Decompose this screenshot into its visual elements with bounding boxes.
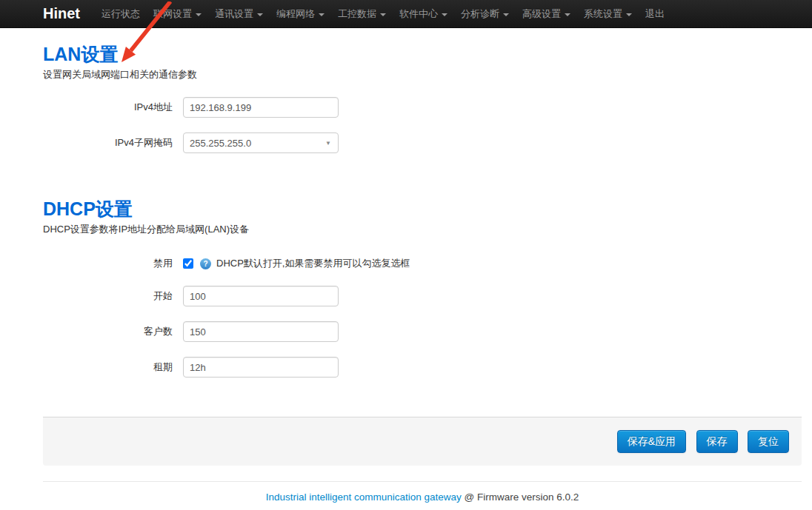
nav-item-label: 工控数据 xyxy=(338,7,376,21)
nav-item-label: 联网设置 xyxy=(153,7,192,21)
nav-item-label: 编程网络 xyxy=(276,7,315,21)
dhcp-leasetime-label: 租期 xyxy=(43,360,183,374)
chevron-down-icon xyxy=(319,13,325,16)
lan-section-title: LAN设置 xyxy=(43,43,802,65)
dhcp-clients-label: 客户数 xyxy=(43,325,183,338)
reset-button[interactable]: 复位 xyxy=(748,430,789,453)
chevron-down-icon xyxy=(380,13,386,16)
firmware-version-text: @ Firmware version 6.0.2 xyxy=(462,491,579,503)
nav-item-advanced-settings[interactable]: 高级设置 xyxy=(516,0,577,28)
dhcp-section-title: DHCP设置 xyxy=(43,198,802,220)
footer: Industrial intelligent communication gat… xyxy=(43,482,802,503)
nav-item-label: 运行状态 xyxy=(102,7,140,21)
nav-item-label: 高级设置 xyxy=(522,7,561,21)
nav-item-run-status[interactable]: 运行状态 xyxy=(95,0,147,28)
form-row-dhcp-start: 开始 xyxy=(43,286,802,306)
ipv4-address-label: IPv4地址 xyxy=(43,101,183,114)
nav-item-label: 分析诊断 xyxy=(461,7,499,21)
form-row-dhcp-leasetime: 租期 xyxy=(43,357,802,378)
nav-item-programming-network[interactable]: 编程网络 xyxy=(270,0,331,28)
navbar: Hinet 运行状态 联网设置 通讯设置 编程网络 工控数据 软件中心 分析诊断… xyxy=(0,0,812,28)
form-row-dhcp-disable: 禁用 ? DHCP默认打开,如果需要禁用可以勾选复选框 xyxy=(43,256,802,271)
nav-item-label: 软件中心 xyxy=(399,7,438,21)
nav-item-system-settings[interactable]: 系统设置 xyxy=(577,0,639,28)
nav-item-software-center[interactable]: 软件中心 xyxy=(393,0,454,28)
nav-item-industrial-data[interactable]: 工控数据 xyxy=(331,0,393,28)
save-apply-button[interactable]: 保存&应用 xyxy=(617,430,686,453)
chevron-down-icon xyxy=(503,13,509,16)
form-row-dhcp-clients: 客户数 xyxy=(43,321,802,342)
dhcp-disable-label: 禁用 xyxy=(43,257,183,270)
chevron-down-icon xyxy=(442,13,447,16)
main-content: LAN设置 设置网关局域网端口相关的通信参数 IPv4地址 IPv4子网掩码 2… xyxy=(43,43,802,503)
form-row-ipv4-netmask: IPv4子网掩码 255.255.255.0 ▼ xyxy=(43,132,802,153)
chevron-down-icon xyxy=(257,13,263,16)
form-row-ipv4-address: IPv4地址 xyxy=(43,97,802,118)
dhcp-help-text: DHCP默认打开,如果需要禁用可以勾选复选框 xyxy=(216,257,410,270)
nav-item-label: 系统设置 xyxy=(584,7,622,21)
dhcp-leasetime-input[interactable] xyxy=(183,357,339,378)
dhcp-section-subtitle: DHCP设置参数将IP地址分配给局域网(LAN)设备 xyxy=(43,224,802,235)
nav-item-label: 退出 xyxy=(645,7,665,21)
brand-logo[interactable]: Hinet xyxy=(43,5,80,22)
footer-link[interactable]: Industrial intelligent communication gat… xyxy=(266,491,462,503)
dhcp-disable-checkbox[interactable] xyxy=(183,258,193,269)
chevron-down-icon xyxy=(626,13,632,16)
dhcp-start-label: 开始 xyxy=(43,289,183,303)
ipv4-netmask-select[interactable]: 255.255.255.0 xyxy=(183,132,339,153)
dhcp-form: 禁用 ? DHCP默认打开,如果需要禁用可以勾选复选框 开始 客户数 租期 xyxy=(43,256,802,378)
action-bar: 保存&应用 保存 复位 xyxy=(43,417,802,466)
help-icon: ? xyxy=(200,258,211,269)
chevron-down-icon xyxy=(565,13,570,16)
chevron-down-icon xyxy=(196,13,202,16)
lan-section-subtitle: 设置网关局域网端口相关的通信参数 xyxy=(43,69,802,81)
save-button[interactable]: 保存 xyxy=(696,430,738,453)
ipv4-address-input[interactable] xyxy=(183,97,339,118)
ipv4-netmask-label: IPv4子网掩码 xyxy=(43,136,183,150)
nav-item-label: 通讯设置 xyxy=(215,7,253,21)
nav-item-analysis-diagnosis[interactable]: 分析诊断 xyxy=(454,0,516,28)
dhcp-start-input[interactable] xyxy=(183,286,339,306)
ipv4-netmask-select-wrap: 255.255.255.0 ▼ xyxy=(183,132,339,153)
dhcp-clients-input[interactable] xyxy=(183,321,339,342)
nav-item-logout[interactable]: 退出 xyxy=(639,0,671,28)
nav-item-network-settings[interactable]: 联网设置 xyxy=(147,0,208,28)
lan-form: IPv4地址 IPv4子网掩码 255.255.255.0 ▼ xyxy=(43,97,802,153)
nav-item-comm-settings[interactable]: 通讯设置 xyxy=(208,0,270,28)
